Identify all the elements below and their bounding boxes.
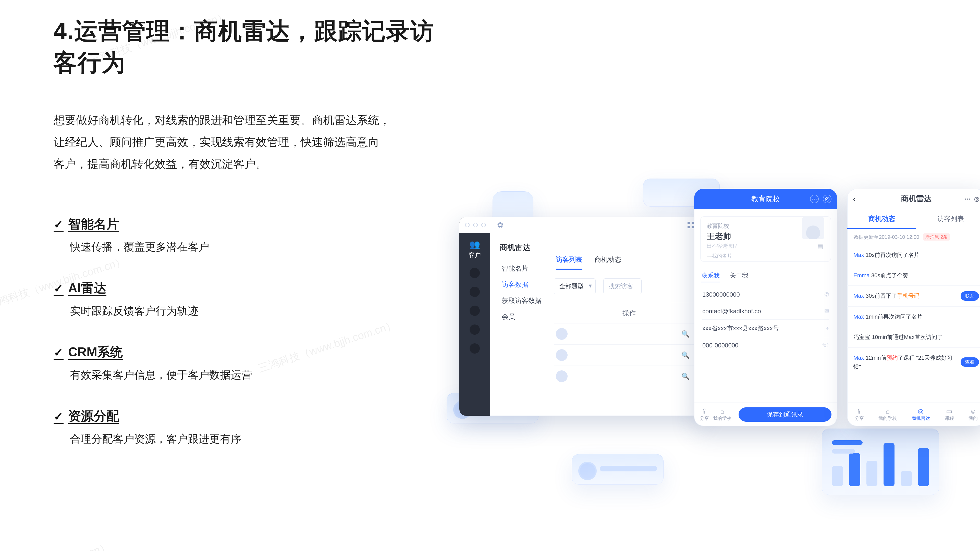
sidebar: 👥 客户 bbox=[460, 217, 490, 416]
sidebar-item-label: 客户 bbox=[469, 251, 481, 259]
phone-tabbar: ⇪分享 ⌂我的学校 ◎商机雷达 ▭课程 ☺我的 bbox=[847, 403, 980, 426]
action-badge[interactable]: 联系 bbox=[961, 291, 979, 301]
deco-chart bbox=[822, 429, 939, 495]
save-contact-button[interactable]: 保存到通讯录 bbox=[738, 407, 832, 422]
target-icon[interactable]: ◎ bbox=[823, 195, 832, 203]
search-icon[interactable]: 🔍 bbox=[681, 330, 690, 338]
feature-ai-radar: ✓AI雷达 实时跟踪反馈客户行为轨迹 bbox=[54, 279, 457, 318]
tab-visitors[interactable]: 访客列表 bbox=[556, 255, 582, 270]
info-row[interactable]: 000-0000000☏ bbox=[702, 337, 829, 354]
tab-about[interactable]: 关于我 bbox=[730, 272, 748, 283]
users-icon: 👥 bbox=[469, 239, 481, 249]
window-titlebar: ✿ bbox=[460, 217, 704, 233]
phone-radar: ‹ 商机雷达 ⋯◎ 商机动态 访客列表 数据更新至2019-03-10 12:0… bbox=[847, 189, 980, 426]
profile-card: 教育院校 王老师 田不容选课程 —我的名片 ▤ bbox=[700, 216, 831, 262]
avatar bbox=[802, 217, 824, 239]
pin-icon: ⌖ bbox=[826, 325, 829, 332]
radar-icon: ◎ bbox=[912, 407, 930, 415]
share-button[interactable]: ⇪分享 bbox=[700, 407, 709, 421]
subnav-item[interactable]: 会员 bbox=[500, 309, 554, 325]
feature-smart-card: ✓智能名片 快速传播，覆盖更多潜在客户 bbox=[54, 216, 457, 254]
tabbar-radar[interactable]: ◎商机雷达 bbox=[912, 407, 930, 421]
table-row[interactable]: 🔍🗑 bbox=[554, 323, 704, 345]
info-row[interactable]: contact@fkadlkhof.co✉ bbox=[702, 303, 829, 320]
tab-contact[interactable]: 联系我 bbox=[701, 272, 720, 283]
chart-bar bbox=[866, 461, 877, 486]
sidebar-item[interactable] bbox=[469, 324, 480, 335]
tabbar-share[interactable]: ⇪分享 bbox=[855, 407, 864, 421]
back-icon[interactable]: ‹ bbox=[853, 195, 856, 203]
subnav-item[interactable]: 智能名片 bbox=[500, 260, 554, 276]
subnav-item-active[interactable]: 访客数据 bbox=[500, 276, 554, 292]
window-dot bbox=[465, 223, 469, 227]
mockup-cluster: ✿ 👥 客户 商机雷达 智能名片 访客数据 获取访客数据 会员 访客列表 商机动… bbox=[449, 194, 959, 500]
feature-allocation: ✓资源分配 合理分配客户资源，客户跟进更有序 bbox=[54, 408, 457, 446]
table-row[interactable]: 🔍🗑 bbox=[554, 345, 704, 365]
tabbar-course[interactable]: ▭课程 bbox=[945, 407, 954, 421]
apps-icon[interactable] bbox=[687, 222, 694, 228]
phone-bottombar: ⇪分享 ⌂我的学校 保存到通讯录 bbox=[694, 403, 837, 426]
book-icon: ▭ bbox=[945, 407, 954, 415]
home-icon: ⌂ bbox=[713, 407, 732, 415]
phone2-icon: ☏ bbox=[822, 342, 829, 349]
chart-bar bbox=[849, 453, 860, 486]
search-icon[interactable]: 🔍 bbox=[681, 372, 690, 380]
qr-icon[interactable]: ▤ bbox=[818, 243, 823, 250]
more-icon[interactable]: ⋯ bbox=[810, 195, 819, 203]
intro: 想要做好商机转化，对线索的跟进和管理至关重要。商机雷达系统， 让经纪人、顾问推广… bbox=[54, 109, 457, 175]
avatar bbox=[556, 370, 568, 382]
tab-visitors[interactable]: 访客列表 bbox=[916, 209, 980, 229]
chart-bar bbox=[832, 466, 843, 486]
chart-bar bbox=[883, 443, 894, 486]
table-header: 操作 bbox=[554, 303, 704, 323]
sidebar-item[interactable] bbox=[469, 287, 480, 297]
chart-bar bbox=[900, 471, 912, 486]
user-icon: ☺ bbox=[969, 407, 978, 415]
activity-row[interactable]: Max 1min前再次访问了名片 bbox=[847, 306, 980, 327]
avatar bbox=[556, 328, 568, 340]
subnav: 商机雷达 智能名片 访客数据 获取访客数据 会员 bbox=[490, 217, 554, 416]
page-title: 4.运营管理：商机雷达，跟踪记录访客行为 bbox=[54, 15, 457, 79]
sidebar-item-customers[interactable]: 👥 客户 bbox=[469, 239, 481, 259]
search-icon[interactable]: 🔍 bbox=[681, 351, 690, 359]
info-row[interactable]: 13000000000✆ bbox=[702, 286, 829, 303]
search-input[interactable]: 搜索访客 bbox=[603, 278, 641, 294]
activity-row[interactable]: Emma 30s前点了个赞 bbox=[847, 265, 980, 286]
info-row[interactable]: xxx省xxx市xxx县xxx路xxx号⌖ bbox=[702, 320, 829, 337]
check-icon: ✓ bbox=[54, 410, 64, 423]
main-panel: 访客列表 商机动态 全部题型 搜索访客 操作 🔍🗑 🔍🗑 🔍🗑 bbox=[554, 217, 704, 416]
share-icon: ⇪ bbox=[700, 407, 709, 415]
window-dot bbox=[473, 223, 478, 227]
feature-crm: ✓CRM系统 有效采集客户信息，便于客户数据运营 bbox=[54, 344, 457, 382]
check-icon: ✓ bbox=[54, 281, 64, 295]
activity-row[interactable]: Max 30s前留下了手机号码联系 bbox=[847, 286, 980, 306]
desktop-window: ✿ 👥 客户 商机雷达 智能名片 访客数据 获取访客数据 会员 访客列表 商机动… bbox=[460, 217, 704, 416]
sidebar-item[interactable] bbox=[469, 268, 480, 278]
tab-activity[interactable]: 商机动态 bbox=[847, 209, 916, 229]
check-icon: ✓ bbox=[54, 218, 64, 231]
school-button[interactable]: ⌂我的学校 bbox=[713, 407, 732, 421]
activity-row[interactable]: 冯宝宝 10min前通过Max首次访问了 bbox=[847, 327, 980, 348]
sidebar-item[interactable] bbox=[469, 306, 480, 316]
activity-row[interactable]: Max 12min前预约了课程 "21天养成好习惯"查看 bbox=[847, 348, 980, 377]
home-icon: ⌂ bbox=[878, 407, 897, 415]
action-badge[interactable]: 查看 bbox=[961, 357, 979, 367]
table-row[interactable]: 🔍🗑 bbox=[554, 365, 704, 387]
sidebar-item[interactable] bbox=[469, 343, 480, 354]
filter-select[interactable]: 全部题型 bbox=[554, 278, 596, 294]
target-icon[interactable]: ◎ bbox=[974, 195, 980, 203]
phone-profile: 教育院校 ⋯◎ 教育院校 王老师 田不容选课程 —我的名片 ▤ 联系我 关于我 … bbox=[694, 189, 837, 426]
tabbar-mine[interactable]: ☺我的 bbox=[969, 407, 978, 421]
more-icon[interactable]: ⋯ bbox=[964, 195, 970, 203]
activity-row[interactable]: Max 10s前再次访问了名片 bbox=[847, 245, 980, 265]
subtitle: 田不容选课程 bbox=[707, 243, 824, 249]
tabbar-school[interactable]: ⌂我的学校 bbox=[878, 407, 897, 421]
tab-leads[interactable]: 商机动态 bbox=[595, 255, 621, 270]
window-dot bbox=[481, 223, 486, 227]
chart-bar bbox=[918, 448, 929, 486]
subnav-item[interactable]: 获取访客数据 bbox=[500, 292, 554, 309]
phone-icon: ✆ bbox=[824, 291, 829, 298]
card-label: —我的名片 bbox=[707, 252, 824, 259]
gear-icon[interactable]: ✿ bbox=[497, 221, 504, 229]
phone-header: ‹ 商机雷达 ⋯◎ bbox=[847, 189, 980, 209]
